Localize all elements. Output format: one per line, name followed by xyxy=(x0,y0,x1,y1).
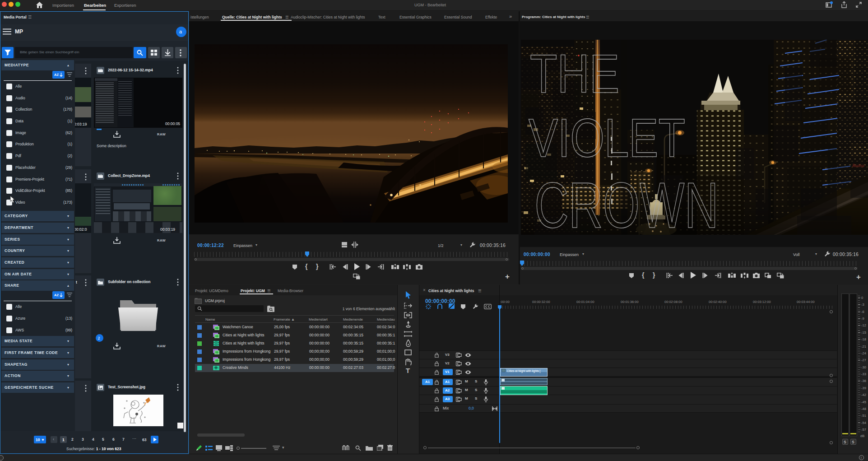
svg-text:CROWN: CROWN xyxy=(534,169,719,235)
svg-text:THE: THE xyxy=(530,43,619,104)
svg-text:VIOLET: VIOLET xyxy=(529,107,685,168)
